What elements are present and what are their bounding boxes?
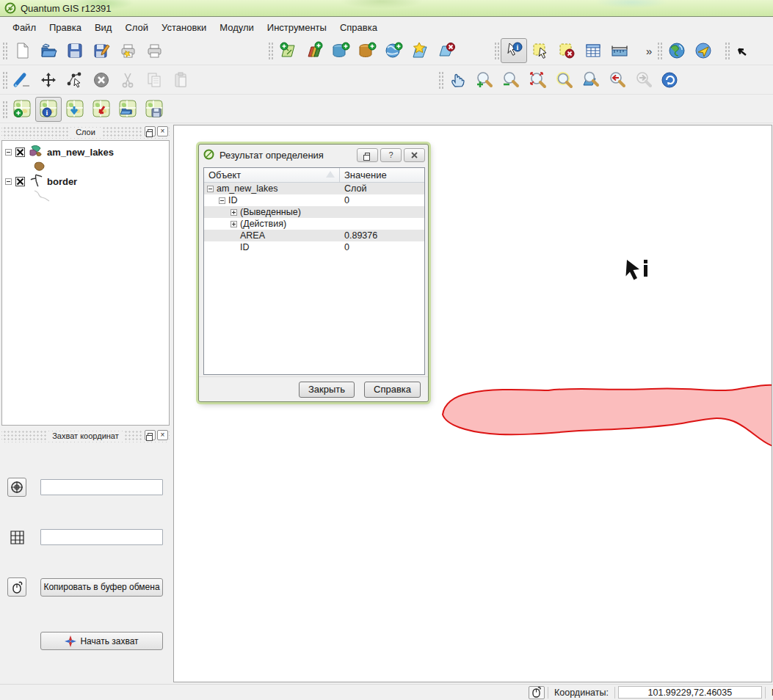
plugin-map-add-icon[interactable] [9, 97, 35, 122]
zoom-selection-icon[interactable] [551, 68, 577, 92]
layers-tree[interactable]: am_new_lakes border [1, 140, 170, 426]
pan-map-icon[interactable] [445, 68, 471, 92]
layer-row-border[interactable]: border [5, 173, 169, 189]
toolbar-handle[interactable] [493, 41, 499, 60]
print-composer-icon[interactable] [141, 38, 167, 63]
identify-results-tree[interactable]: Объект Значение am_new_lakes Слой ID 0 (… [203, 167, 425, 375]
stop-edits-icon[interactable] [88, 68, 115, 92]
toolbar-handle[interactable] [1, 41, 7, 60]
layer-name[interactable]: am_new_lakes [47, 147, 114, 158]
gps-plugin-icon[interactable] [690, 38, 716, 63]
zoom-in-icon[interactable] [471, 68, 498, 92]
add-vector-layer-icon[interactable] [275, 38, 301, 63]
collapse-icon[interactable] [5, 149, 12, 156]
toolbar-handle[interactable] [438, 70, 443, 90]
layer-visibility-checkbox[interactable] [15, 147, 25, 157]
dialog-float-button[interactable] [357, 148, 378, 162]
zoom-layer-icon[interactable] [577, 68, 603, 92]
node-tool-icon[interactable] [62, 68, 88, 92]
plugin-map-open-icon[interactable] [115, 97, 141, 122]
menu-layer[interactable]: Слой [118, 19, 155, 36]
menu-settings[interactable]: Установки [155, 19, 213, 36]
menu-tools[interactable]: Инструменты [261, 19, 333, 36]
select-features-icon[interactable] [527, 38, 554, 63]
coordinates-value-field[interactable]: 101.99229,72.46035 [618, 686, 762, 699]
save-project-as-icon[interactable] [88, 38, 115, 63]
open-project-icon[interactable] [35, 38, 62, 63]
close-button[interactable]: Закрыть [299, 382, 355, 398]
menu-view[interactable]: Вид [88, 19, 119, 36]
zoom-next-icon[interactable] [630, 68, 656, 92]
add-postgis-layer-icon[interactable] [327, 38, 354, 63]
paste-features-icon[interactable] [167, 68, 194, 92]
toolbar-handle[interactable] [656, 41, 662, 60]
zoom-last-icon[interactable] [603, 68, 630, 92]
collapse-icon[interactable] [219, 197, 225, 204]
new-project-icon[interactable] [9, 38, 35, 63]
measure-icon[interactable] [606, 38, 633, 63]
attribute-table-icon[interactable] [580, 38, 606, 63]
layer-name[interactable]: border [47, 176, 77, 187]
help-button[interactable]: Справка [364, 382, 421, 398]
zoom-out-icon[interactable] [498, 68, 524, 92]
tree-row-derived[interactable]: (Выведенные) [204, 206, 424, 218]
menu-help[interactable]: Справка [333, 19, 384, 36]
menu-file[interactable]: Файл [6, 19, 43, 36]
deselect-features-icon[interactable] [554, 38, 580, 63]
tree-row-area[interactable]: AREA 0.89376 [204, 230, 424, 241]
cut-features-icon[interactable] [115, 68, 141, 92]
zoom-full-icon[interactable] [524, 68, 551, 92]
globe-plugin-icon[interactable] [664, 38, 690, 63]
tree-row-feature-id[interactable]: ID 0 [204, 194, 424, 206]
collapse-icon[interactable] [5, 178, 12, 185]
dialog-titlebar[interactable]: Результат определения ? [199, 145, 428, 163]
save-project-icon[interactable] [62, 38, 88, 63]
toolbar-handle[interactable] [1, 100, 7, 119]
overflow-chevron[interactable]: » [643, 45, 655, 57]
dialog-help-button[interactable]: ? [380, 148, 402, 162]
column-header-value[interactable]: Значение [340, 168, 391, 182]
toggle-editing-icon[interactable] [9, 68, 35, 92]
add-wms-layer-icon[interactable] [380, 38, 407, 63]
toolbar-handle[interactable] [724, 41, 730, 60]
plugin-map-export-icon[interactable] [88, 97, 115, 122]
new-vector-layer-icon[interactable] [407, 38, 433, 63]
new-print-composer-icon[interactable] [115, 38, 141, 63]
refresh-icon[interactable] [656, 68, 683, 92]
track-mouse-button[interactable] [7, 577, 26, 597]
identify-results-dialog[interactable]: Результат определения ? Объект Значение … [198, 144, 429, 402]
layer-visibility-checkbox[interactable] [15, 177, 25, 186]
toolbar-handle[interactable] [267, 41, 273, 60]
remove-layer-icon[interactable] [433, 38, 460, 63]
select-crs-button[interactable] [7, 478, 26, 497]
map-coordinate-field[interactable] [40, 529, 163, 545]
add-raster-layer-icon[interactable] [301, 38, 327, 63]
layers-panel-header[interactable]: Слои × [1, 125, 170, 139]
tree-row-layer[interactable]: am_new_lakes Слой [204, 183, 424, 194]
toggle-mouse-coords-button[interactable] [529, 686, 545, 699]
tree-row-actions[interactable]: (Действия) [204, 218, 424, 230]
add-db-layer-icon[interactable] [354, 38, 380, 63]
start-capture-button[interactable]: Начать захват [40, 632, 163, 650]
layer-row-am-new-lakes[interactable]: am_new_lakes [5, 144, 169, 160]
plugin-map-info-icon[interactable]: i [35, 97, 62, 122]
capture-panel-header[interactable]: Захват координат × [1, 429, 170, 442]
toolbar-handle[interactable] [1, 70, 7, 90]
collapse-icon[interactable] [207, 186, 214, 192]
capture-arrow-icon[interactable] [731, 38, 758, 63]
menu-plugins[interactable]: Модули [213, 19, 261, 36]
menu-edit[interactable]: Правка [43, 19, 88, 36]
window-titlebar[interactable]: Quantum GIS r12391 [0, 0, 773, 17]
plugin-map-save-icon[interactable] [141, 97, 167, 122]
crs-coordinate-field[interactable] [40, 479, 163, 495]
panel-close-button[interactable]: × [157, 430, 168, 440]
tree-row-id-attr[interactable]: ID 0 [204, 241, 424, 253]
copy-features-icon[interactable] [141, 68, 167, 92]
identify-icon[interactable]: i [501, 38, 527, 63]
expand-icon[interactable] [231, 209, 237, 216]
expand-icon[interactable] [231, 221, 237, 227]
panel-float-button[interactable] [145, 126, 156, 136]
dialog-close-button[interactable] [404, 148, 425, 162]
plugin-map-down-icon[interactable] [62, 97, 88, 122]
panel-float-button[interactable] [145, 430, 156, 440]
